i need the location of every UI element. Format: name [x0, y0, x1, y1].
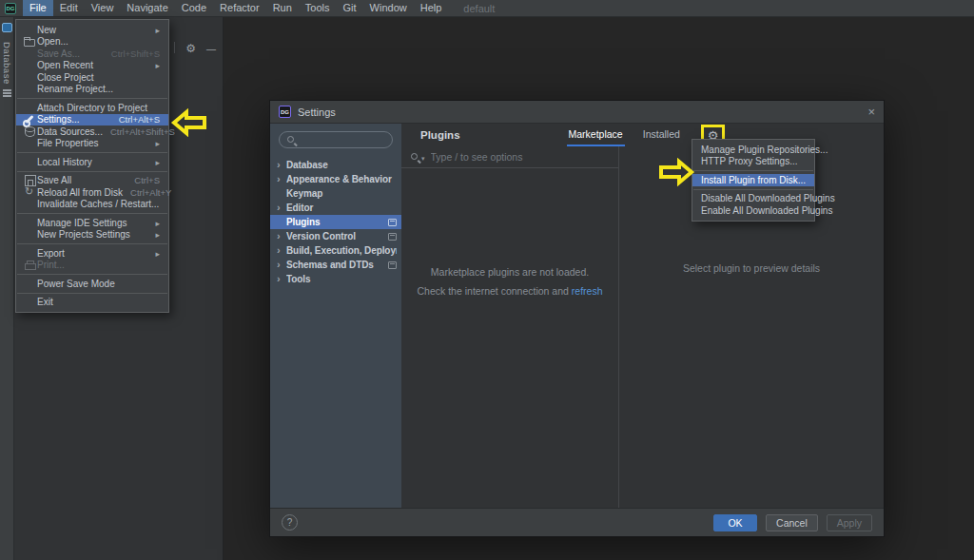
- menubar-item[interactable]: Navigate: [120, 0, 174, 16]
- search-icon: [286, 135, 297, 145]
- file-menu-item[interactable]: [17, 152, 167, 153]
- settings-search-box[interactable]: [279, 131, 393, 148]
- close-icon[interactable]: [867, 106, 875, 118]
- menubar-item[interactable]: File: [23, 0, 53, 16]
- gear-menu-item[interactable]: HTTP Proxy Settings...: [692, 156, 814, 168]
- gear-menu-item[interactable]: [693, 170, 813, 171]
- settings-category-row[interactable]: Keymap: [270, 186, 401, 201]
- menu-item-icon: [22, 297, 37, 307]
- toolwindow-settings-gear-icon[interactable]: [185, 39, 196, 56]
- monitor-icon[interactable]: [2, 23, 12, 32]
- chevron-right-icon[interactable]: [277, 160, 286, 170]
- settings-category-row[interactable]: Version Control: [270, 229, 401, 243]
- refresh-link[interactable]: refresh: [572, 285, 603, 297]
- search-options-caret-icon[interactable]: [421, 155, 425, 163]
- file-menu-item[interactable]: Open...: [16, 36, 168, 48]
- menu-item-shortcut: Ctrl+Alt+S: [119, 114, 160, 125]
- project-level-icon: [388, 261, 397, 269]
- chevron-right-icon[interactable]: [277, 203, 286, 213]
- settings-category-tree: Database Appearance & Behavior Keymap: [270, 155, 401, 508]
- file-menu-item[interactable]: Save As... Ctrl+Shift+S: [16, 48, 168, 60]
- dialog-title: Settings: [298, 106, 336, 118]
- gear-menu-item[interactable]: Enable All Downloaded Plugins: [692, 204, 814, 217]
- settings-category-row[interactable]: Appearance & Behavior: [270, 172, 401, 186]
- file-menu-item[interactable]: File Properties: [16, 138, 168, 150]
- dialog-titlebar[interactable]: DG Settings: [270, 101, 884, 124]
- chevron-right-icon[interactable]: [277, 274, 286, 284]
- chevron-right-icon[interactable]: [277, 260, 286, 270]
- menubar-item[interactable]: View: [85, 0, 121, 16]
- file-menu-item[interactable]: Manage IDE Settings: [16, 217, 168, 229]
- file-menu-item[interactable]: Power Save Mode: [16, 278, 168, 290]
- file-menu-item[interactable]: Reload All from Disk Ctrl+Alt+Y: [16, 186, 168, 199]
- menu-item-label: Local History: [37, 157, 142, 167]
- menubar-item[interactable]: Run: [266, 0, 299, 16]
- plugins-tab[interactable]: Marketplace: [567, 124, 625, 146]
- category-label: Version Control: [286, 231, 384, 241]
- menubar-item[interactable]: Code: [175, 0, 213, 16]
- gear-menu-item[interactable]: Install Plugin from Disk...: [692, 174, 814, 186]
- settings-category-row[interactable]: Tools: [270, 272, 401, 286]
- file-menu-item[interactable]: [17, 293, 167, 294]
- settings-category-row[interactable]: Editor: [270, 201, 401, 215]
- ok-button[interactable]: OK: [713, 514, 757, 531]
- table-list-icon[interactable]: [3, 89, 11, 98]
- menubar-item[interactable]: Refactor: [213, 0, 266, 16]
- chevron-right-icon[interactable]: [277, 245, 286, 256]
- settings-category-row[interactable]: Plugins: [270, 215, 401, 229]
- file-menu-item[interactable]: Print...: [16, 260, 168, 272]
- project-level-icon: [388, 233, 397, 241]
- gear-menu-item[interactable]: Disable All Downloaded Plugins: [692, 193, 814, 205]
- file-menu-item[interactable]: Attach Directory to Project: [16, 102, 168, 114]
- file-menu-item[interactable]: New Projects Settings: [16, 229, 168, 241]
- menu-item-label: Exit: [37, 297, 152, 307]
- help-button[interactable]: ?: [282, 514, 298, 531]
- file-menu-item[interactable]: Close Project: [16, 71, 168, 84]
- settings-search-input[interactable]: [302, 135, 385, 145]
- menu-item-label: Manage IDE Settings: [37, 218, 142, 228]
- gear-menu-item[interactable]: [693, 189, 813, 190]
- menubar-item[interactable]: Git: [337, 0, 363, 16]
- menubar-item[interactable]: Tools: [299, 0, 337, 16]
- menubar-item[interactable]: Window: [363, 0, 414, 16]
- cancel-button[interactable]: Cancel: [766, 514, 818, 531]
- file-menu-item[interactable]: Exit: [16, 297, 168, 309]
- chevron-right-icon[interactable]: [277, 231, 286, 241]
- file-menu-item[interactable]: [17, 243, 167, 244]
- file-menu-item[interactable]: [17, 213, 167, 214]
- menu-item-label: Print...: [37, 260, 152, 270]
- menu-item-icon: [22, 48, 37, 59]
- file-menu-item[interactable]: Save All Ctrl+S: [16, 175, 168, 187]
- plugin-search-box[interactable]: [401, 146, 618, 168]
- database-toolwindow-button[interactable]: Database: [2, 42, 12, 85]
- hide-toolwindow-icon[interactable]: [206, 39, 216, 56]
- submenu-arrow-icon: [155, 157, 160, 167]
- gear-menu-item[interactable]: Manage Plugin Repositories...: [692, 144, 814, 156]
- menu-item-shortcut: Ctrl+Alt+Y: [130, 187, 171, 198]
- plugin-search-input[interactable]: [431, 151, 610, 163]
- file-menu-item[interactable]: [17, 98, 167, 99]
- file-menu-item[interactable]: Data Sources... Ctrl+Alt+Shift+S: [16, 126, 168, 138]
- file-menu-item[interactable]: Local History: [16, 156, 168, 168]
- run-configuration-label[interactable]: default: [463, 3, 495, 14]
- settings-category-row[interactable]: Database: [270, 158, 401, 172]
- plugins-tab[interactable]: Installed: [641, 124, 682, 146]
- submenu-arrow-icon: [155, 248, 160, 259]
- file-menu-item[interactable]: Invalidate Caches / Restart...: [16, 199, 168, 211]
- file-menu-item[interactable]: Rename Project...: [16, 84, 168, 96]
- file-menu-item[interactable]: [17, 171, 167, 172]
- chevron-right-icon[interactable]: [277, 174, 286, 184]
- file-menu-item[interactable]: Export: [16, 247, 168, 260]
- menubar-item[interactable]: Help: [414, 0, 449, 16]
- menubar-item[interactable]: Edit: [53, 0, 85, 16]
- file-menu-item[interactable]: Settings... Ctrl+Alt+S: [16, 114, 168, 126]
- menu-item-icon: [22, 175, 37, 185]
- file-menu-item[interactable]: [17, 274, 167, 275]
- file-menu-item[interactable]: Open Recent: [16, 60, 168, 72]
- menu-item-label: Disable All Downloaded Plugins: [701, 193, 835, 203]
- menu-item-label: Data Sources...: [37, 126, 103, 137]
- menu-item-label: Open Recent: [37, 60, 142, 70]
- settings-category-row[interactable]: Schemas and DTDs: [270, 258, 401, 272]
- settings-category-row[interactable]: Build, Execution, Deployment: [270, 243, 401, 258]
- file-menu-item[interactable]: New: [16, 24, 168, 36]
